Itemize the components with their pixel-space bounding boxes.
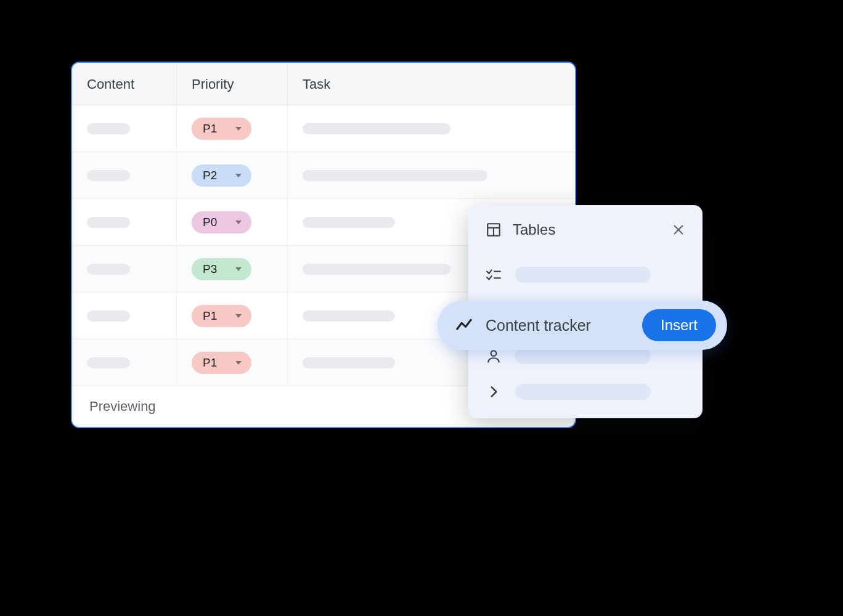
task-placeholder — [303, 217, 395, 228]
close-icon[interactable] — [672, 223, 685, 237]
table-icon — [486, 222, 502, 238]
column-header-content: Content — [72, 63, 177, 105]
priority-label: P1 — [203, 356, 217, 370]
column-header-task: Task — [288, 63, 575, 105]
priority-chip[interactable]: P3 — [192, 258, 251, 280]
chevron-down-icon — [235, 221, 242, 224]
panel-item-placeholder — [515, 267, 651, 283]
chevron-down-icon — [235, 127, 242, 131]
panel-title: Tables — [513, 221, 661, 238]
panel-item[interactable] — [486, 257, 685, 293]
column-header-priority: Priority — [177, 63, 288, 105]
content-placeholder — [87, 123, 130, 134]
person-icon — [486, 348, 502, 364]
chevron-right-icon — [486, 384, 502, 400]
checklist-icon — [486, 267, 502, 283]
priority-label: P2 — [203, 169, 217, 182]
task-placeholder — [303, 357, 395, 368]
task-placeholder — [303, 264, 450, 275]
priority-label: P1 — [203, 122, 217, 136]
priority-chip[interactable]: P0 — [192, 211, 251, 233]
content-placeholder — [87, 357, 130, 368]
priority-chip[interactable]: P2 — [192, 164, 251, 187]
chevron-down-icon — [235, 314, 242, 318]
task-placeholder — [303, 123, 450, 134]
insert-button[interactable]: Insert — [642, 309, 716, 341]
content-placeholder — [87, 217, 130, 228]
priority-chip[interactable]: P1 — [192, 305, 251, 327]
priority-label: P3 — [203, 262, 217, 276]
priority-label: P0 — [203, 216, 217, 229]
highlight-label: Content tracker — [486, 317, 630, 334]
trend-icon — [455, 316, 473, 334]
chevron-down-icon — [235, 174, 242, 177]
panel-item-placeholder — [515, 384, 651, 400]
panel-item[interactable] — [486, 374, 685, 410]
content-placeholder — [87, 170, 130, 181]
table-row: P2 — [72, 152, 575, 199]
content-placeholder — [87, 264, 130, 275]
content-placeholder — [87, 310, 130, 322]
chevron-down-icon — [235, 361, 242, 365]
priority-chip[interactable]: P1 — [192, 118, 251, 140]
priority-label: P1 — [203, 309, 217, 323]
table-header-row: Content Priority Task — [72, 63, 575, 105]
priority-chip[interactable]: P1 — [192, 352, 251, 374]
task-placeholder — [303, 310, 395, 322]
table-row: P1 — [72, 105, 575, 152]
task-placeholder — [303, 170, 487, 181]
panel-item-content-tracker[interactable]: Content tracker Insert — [438, 301, 727, 350]
panel-item-placeholder — [515, 348, 651, 364]
chevron-down-icon — [235, 267, 242, 271]
svg-point-7 — [491, 351, 497, 356]
